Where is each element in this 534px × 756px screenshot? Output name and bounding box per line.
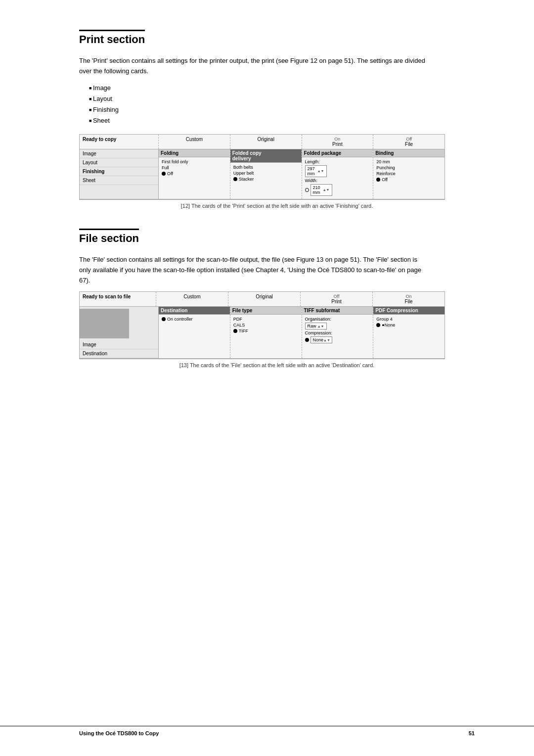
file-sidebar-destination[interactable]: Destination bbox=[80, 349, 158, 358]
pdf-compression-card: PDF Compression Group 4 ●None bbox=[373, 307, 445, 358]
sidebar-image[interactable]: Image bbox=[80, 149, 158, 158]
sidebar-finishing[interactable]: Finishing bbox=[80, 167, 158, 176]
folded-package-header: Folded package bbox=[302, 149, 373, 157]
folding-card: Folding First fold only Full Off bbox=[159, 149, 230, 199]
pdf-group4: Group 4 bbox=[376, 317, 442, 322]
file-ui-panel: Ready to scan to file Custom Original Of… bbox=[79, 291, 445, 359]
print-cards-area: Image Layout Finishing Sheet Folding Fir… bbox=[80, 149, 445, 199]
print-panel-sidebar: Image Layout Finishing Sheet bbox=[80, 149, 159, 199]
sidebar-sheet[interactable]: Sheet bbox=[80, 176, 158, 185]
sidebar-layout[interactable]: Layout bbox=[80, 158, 158, 167]
binding-punching: Punching bbox=[376, 165, 442, 170]
file-section: File section The 'File' section contains… bbox=[79, 229, 475, 368]
delivery-row-2: Upper belt bbox=[233, 171, 299, 176]
bullet-finishing: Finishing bbox=[89, 104, 475, 115]
tiff-comp-spinbox[interactable]: None ▲▼ bbox=[311, 336, 332, 343]
print-fig-caption: [12] The cards of the 'Print' section at… bbox=[79, 203, 475, 209]
destination-card: Destination On controller bbox=[159, 307, 230, 358]
print-panel-tabs: Custom Original On Print Off File bbox=[159, 135, 445, 149]
width-spinbox[interactable]: 210 mm ▲▼ bbox=[311, 184, 332, 196]
binding-length-val: 20 mm bbox=[376, 159, 442, 164]
file-fig-caption: [13] The cards of the 'File' section at … bbox=[79, 362, 475, 368]
file-panel-sidebar: Image Destination bbox=[80, 307, 159, 358]
file-type-card: File type PDF CALS TIFF bbox=[230, 307, 302, 358]
print-tab-file[interactable]: Off File bbox=[373, 135, 445, 149]
pkg-width-label: Width: bbox=[305, 178, 370, 183]
file-tab-custom[interactable]: Custom bbox=[156, 292, 228, 306]
print-bullet-list: Image Layout Finishing Sheet bbox=[89, 83, 475, 126]
file-sidebar-image[interactable]: Image bbox=[80, 340, 158, 349]
binding-reinforce: Reinforce bbox=[376, 171, 442, 176]
file-tab-file[interactable]: On File bbox=[373, 292, 445, 306]
bullet-layout: Layout bbox=[89, 94, 475, 104]
folding-row-1: First fold only bbox=[162, 159, 227, 164]
print-panel-cards: Folding First fold only Full Off bbox=[159, 149, 445, 199]
page: Print section The 'Print' section contai… bbox=[0, 0, 534, 756]
footer-left: Using the Océ TDS800 to Copy bbox=[79, 730, 159, 736]
filetype-pdf: PDF bbox=[233, 317, 299, 322]
folding-row-2: Full bbox=[162, 165, 227, 170]
pkg-length-val: 297 mm ▲▼ bbox=[305, 165, 370, 177]
file-type-card-header: File type bbox=[230, 307, 302, 315]
bullet-image: Image bbox=[89, 83, 475, 94]
pdf-none: ●None bbox=[376, 323, 442, 328]
pkg-width-val: 210 mm ▲▼ bbox=[305, 184, 370, 196]
tiff-org-label: Organisation: bbox=[305, 317, 370, 322]
file-section-desc: The 'File' section contains all settings… bbox=[79, 255, 425, 285]
print-section-desc: The 'Print' section contains all setting… bbox=[79, 56, 425, 77]
print-panel-topbar: Ready to copy Custom Original On Print O… bbox=[80, 135, 445, 149]
filetype-cals: CALS bbox=[233, 323, 299, 328]
file-ready-label: Ready to scan to file bbox=[80, 292, 156, 306]
dest-row-1: On controller bbox=[162, 317, 227, 322]
binding-card: Binding 20 mm Punching Reinforce Off bbox=[373, 149, 445, 199]
tiff-none-row: None ▲▼ bbox=[305, 336, 370, 343]
folding-card-header: Folding bbox=[159, 149, 230, 157]
print-tab-original[interactable]: Original bbox=[230, 135, 302, 149]
destination-card-header: Destination bbox=[159, 307, 230, 315]
tiff-org-spinbox[interactable]: Raw ▲▼ bbox=[305, 323, 327, 330]
footer-right: 51 bbox=[469, 730, 475, 736]
delivery-row-3: Stacker bbox=[233, 177, 299, 182]
binding-card-header: Binding bbox=[373, 149, 445, 157]
folded-copy-delivery-header: Folded copy delivery bbox=[230, 149, 302, 163]
file-panel-tabs: Custom Original Off Print On File bbox=[156, 292, 445, 306]
tiff-subformat-card: TIFF subformat Organisation: Raw ▲▼ Comp… bbox=[302, 307, 374, 358]
length-spinbox[interactable]: 297 mm ▲▼ bbox=[305, 165, 327, 177]
print-section: Print section The 'Print' section contai… bbox=[79, 30, 475, 209]
tiff-org-val: Raw ▲▼ bbox=[305, 323, 370, 330]
binding-off: Off bbox=[376, 177, 442, 182]
print-ui-panel: Ready to copy Custom Original On Print O… bbox=[79, 134, 445, 200]
file-panel-topbar: Ready to scan to file Custom Original Of… bbox=[80, 292, 445, 307]
pkg-length-label: Length: bbox=[305, 159, 370, 164]
delivery-row-1: Both belts bbox=[233, 165, 299, 170]
file-sidebar-gray bbox=[80, 309, 129, 338]
file-tab-print[interactable]: Off Print bbox=[301, 292, 373, 306]
print-tab-print[interactable]: On Print bbox=[302, 135, 374, 149]
file-tab-original[interactable]: Original bbox=[228, 292, 301, 306]
file-cards-area: Image Destination Destination On control… bbox=[80, 307, 445, 359]
folded-package-card: Folded package Length: 297 mm ▲▼ Width: bbox=[302, 149, 374, 199]
print-section-title: Print section bbox=[79, 30, 145, 48]
folded-copy-delivery-card: Folded copy delivery Both belts Upper be… bbox=[230, 149, 302, 199]
print-tab-custom[interactable]: Custom bbox=[159, 135, 230, 149]
print-ready-label: Ready to copy bbox=[80, 135, 159, 149]
pdf-compression-header: PDF Compression bbox=[373, 307, 445, 315]
file-section-title: File section bbox=[79, 229, 139, 247]
tiff-subformat-header: TIFF subformat bbox=[302, 307, 373, 315]
file-panel-cards: Destination On controller File type PDF bbox=[159, 307, 445, 358]
bullet-sheet: Sheet bbox=[89, 115, 475, 126]
filetype-tiff: TIFF bbox=[233, 329, 299, 333]
page-footer: Using the Océ TDS800 to Copy 51 bbox=[0, 726, 534, 736]
tiff-comp-label: Compression: bbox=[305, 331, 370, 335]
folding-row-3: Off bbox=[162, 171, 227, 176]
